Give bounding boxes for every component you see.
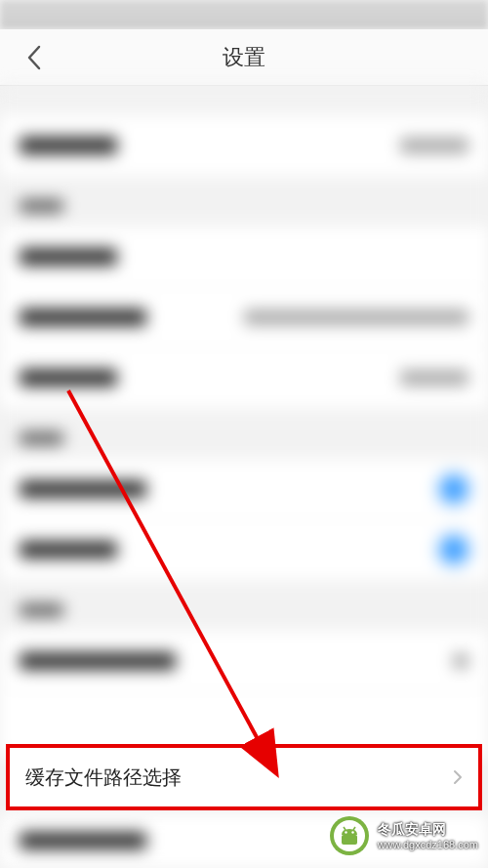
settings-content-blurred: [0, 86, 488, 758]
svg-point-6: [351, 831, 353, 833]
cache-path-setting-row[interactable]: 缓存文件路径选择: [6, 744, 482, 810]
watermark-title: 冬瓜安卓网: [378, 820, 446, 838]
cache-path-label: 缓存文件路径选择: [25, 765, 182, 791]
svg-point-5: [345, 831, 346, 833]
watermark-logo-icon: [329, 815, 370, 856]
chevron-left-icon: [25, 44, 43, 71]
watermark-text: 冬瓜安卓网 www.dgxcdz168.com: [378, 820, 478, 851]
back-button[interactable]: [20, 43, 49, 72]
page-title: 设置: [223, 43, 265, 72]
navigation-bar: 设置: [0, 29, 488, 86]
watermark-url: www.dgxcdz168.com: [378, 838, 478, 851]
status-bar: [0, 0, 488, 29]
watermark: 冬瓜安卓网 www.dgxcdz168.com: [329, 815, 478, 856]
svg-rect-4: [342, 835, 357, 845]
chevron-right-icon: [453, 769, 463, 785]
